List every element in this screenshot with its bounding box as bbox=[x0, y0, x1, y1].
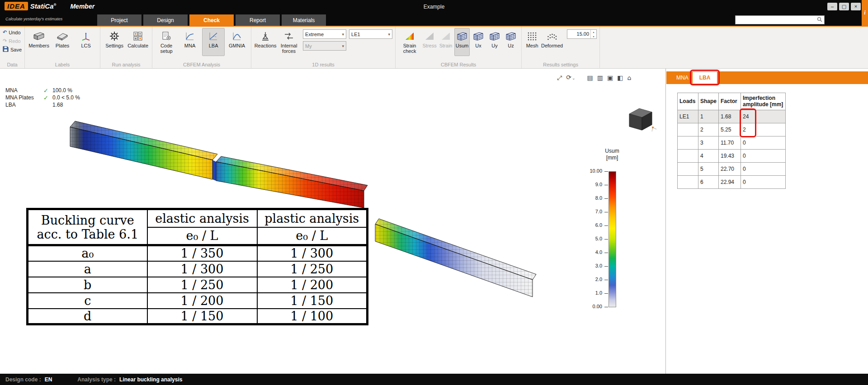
stress-icon bbox=[424, 30, 435, 42]
deformed-button[interactable]: Deformed bbox=[541, 28, 563, 56]
transparent-view-icon[interactable]: ▥ bbox=[597, 74, 603, 82]
buckling-subheader-elastic: e₀ / L bbox=[147, 227, 257, 245]
mesh-button[interactable]: Mesh bbox=[524, 28, 540, 56]
chevron-down-icon bbox=[571, 74, 576, 81]
solid-view-icon[interactable]: ▣ bbox=[607, 74, 613, 82]
results-panel: MNA LBA Loads Shape Factor Imperfection … bbox=[666, 69, 868, 374]
members-button[interactable]: Members bbox=[28, 28, 50, 56]
deformed-dots-icon bbox=[547, 30, 557, 42]
scale-tick-label: 0.00 bbox=[573, 304, 602, 309]
scale-unit: [mm] bbox=[585, 155, 639, 161]
table-row[interactable]: 6 22.94 0 bbox=[678, 176, 786, 189]
table-row[interactable]: 3 11.70 0 bbox=[678, 136, 786, 150]
viewport-3d[interactable]: ⤢ ⟳ ▤ ▥ ▣ ◧ ⌂ MNA ✓ 100.0 % MNA Plates ✓… bbox=[0, 69, 666, 374]
scale-gradient-bar bbox=[609, 171, 616, 307]
tab-report[interactable]: Report bbox=[236, 14, 280, 26]
stepper-up-icon[interactable] bbox=[591, 30, 596, 34]
plates-button[interactable]: Plates bbox=[51, 28, 74, 56]
calculate-button[interactable]: Calculate bbox=[127, 28, 149, 56]
scale-tick-label: 2.0 bbox=[573, 277, 602, 282]
scale-tick-label: 6.0 bbox=[573, 222, 602, 228]
check-icon: ✓ bbox=[43, 94, 52, 101]
internal-forces-button[interactable]: Internal forces bbox=[278, 28, 300, 56]
analysis-type-label: Analysis type : bbox=[77, 376, 116, 383]
plates-icon bbox=[57, 30, 68, 42]
tab-design[interactable]: Design bbox=[143, 14, 188, 26]
buckling-row-c: c 1 / 200 1 / 150 bbox=[28, 293, 368, 309]
window-controls: – ▢ × bbox=[827, 3, 861, 10]
buckling-subheader-plastic: e₀ / L bbox=[257, 227, 368, 245]
navigation-cube[interactable] bbox=[623, 104, 658, 136]
tab-check[interactable]: Check bbox=[189, 14, 234, 26]
stress-button[interactable]: Stress bbox=[422, 28, 437, 56]
info-button[interactable]: i bbox=[862, 0, 868, 26]
close-button[interactable]: × bbox=[851, 3, 861, 10]
mesh-dots-icon bbox=[527, 30, 538, 42]
buckling-row-d: d 1 / 150 1 / 100 bbox=[28, 309, 368, 324]
group-label-cbfem-results: CBFEM Results bbox=[398, 62, 519, 68]
clipping-view-icon[interactable]: ◧ bbox=[617, 74, 623, 82]
idea-logo-mark: IDEA bbox=[5, 2, 28, 10]
rotate-view-icon[interactable]: ⟳ bbox=[566, 73, 575, 82]
component-select[interactable]: My bbox=[303, 41, 346, 51]
table-row[interactable]: LE1 1 1.68 24 bbox=[678, 110, 786, 123]
search-input[interactable] bbox=[737, 17, 817, 23]
tab-project[interactable]: Project bbox=[97, 14, 142, 26]
ribbon: Undo Redo Save Data Members bbox=[0, 27, 868, 69]
table-row[interactable]: 5 22.70 0 bbox=[678, 163, 786, 176]
gmnia-button[interactable]: GMNIA bbox=[226, 28, 248, 56]
ux-button[interactable]: Ux bbox=[471, 28, 486, 56]
check-icon: ✓ bbox=[43, 87, 52, 94]
strain-check-button[interactable]: Strain check bbox=[398, 28, 421, 56]
fit-view-icon[interactable]: ⤢ bbox=[557, 74, 562, 82]
strain-button[interactable]: Strain bbox=[438, 28, 453, 56]
scale-tick-label: 4.0 bbox=[573, 249, 602, 255]
app-logo: IDEA StatiCa® Member bbox=[5, 2, 94, 10]
usum-button[interactable]: Usum bbox=[454, 28, 470, 56]
settings-button[interactable]: Settings bbox=[103, 28, 126, 56]
analysis-type-value: Linear buckling analysis bbox=[119, 376, 182, 383]
maximize-button[interactable]: ▢ bbox=[839, 3, 849, 10]
panel-tab-mna[interactable]: MNA bbox=[676, 71, 689, 84]
deformation-scale-input[interactable]: 15.00 bbox=[567, 29, 597, 39]
redo-button[interactable]: Redo bbox=[3, 38, 21, 44]
deformed-beam-primary bbox=[70, 121, 368, 208]
lcs-button[interactable]: LCS bbox=[75, 28, 97, 56]
ribbon-group-results-settings: Mesh Deformed 15.00 Results settings bbox=[522, 27, 600, 68]
mna-button[interactable]: MNA bbox=[179, 28, 201, 56]
buckling-curve-table-overlay: Buckling curve acc. to Table 6.1 elastic… bbox=[26, 208, 368, 325]
wireframe-view-icon[interactable]: ▤ bbox=[587, 74, 593, 82]
strain-check-icon bbox=[404, 30, 415, 42]
table-header-row: Loads Shape Factor Imperfection amplitud… bbox=[678, 93, 786, 110]
col-header-shape: Shape bbox=[698, 93, 719, 110]
load-case-select[interactable]: LE1 bbox=[349, 29, 392, 39]
uz-button[interactable]: Uz bbox=[503, 28, 519, 56]
uy-button[interactable]: Uy bbox=[487, 28, 502, 56]
home-view-icon[interactable]: ⌂ bbox=[627, 74, 631, 82]
undo-button[interactable]: Undo bbox=[3, 29, 21, 36]
gmnia-chart-icon bbox=[231, 30, 242, 42]
stepper-down-icon[interactable] bbox=[591, 34, 596, 39]
buckling-row-a: a 1 / 300 1 / 250 bbox=[28, 261, 368, 277]
stepper-arrows bbox=[590, 30, 596, 38]
group-label-data: Data bbox=[3, 62, 22, 68]
lba-button[interactable]: LBA bbox=[202, 28, 225, 56]
save-button[interactable]: Save bbox=[3, 46, 22, 53]
mna-chart-icon bbox=[184, 30, 195, 42]
group-label-cbfem-analysis: CBFEM Analysis bbox=[155, 62, 248, 68]
table-row[interactable]: 4 19.43 0 bbox=[678, 150, 786, 163]
table-row[interactable]: 2 5.25 2 bbox=[678, 123, 786, 136]
results-panel-tab-bar: MNA LBA bbox=[666, 71, 868, 84]
code-setup-icon bbox=[161, 30, 172, 42]
minimize-button[interactable]: – bbox=[827, 3, 837, 10]
status-row-lba: LBA 1.68 bbox=[5, 101, 80, 108]
code-setup-button[interactable]: Code setup bbox=[155, 28, 178, 56]
panel-tab-lba[interactable]: LBA bbox=[693, 72, 717, 84]
extreme-select[interactable]: Extreme bbox=[303, 29, 346, 39]
reactions-button[interactable]: Reactions bbox=[254, 28, 277, 56]
tab-materials[interactable]: Materials bbox=[282, 14, 326, 26]
internal-forces-icon bbox=[283, 30, 294, 42]
col-header-factor: Factor bbox=[719, 93, 741, 110]
redo-icon bbox=[3, 38, 7, 44]
buckling-row-a0: a₀ 1 / 350 1 / 300 bbox=[28, 245, 368, 261]
